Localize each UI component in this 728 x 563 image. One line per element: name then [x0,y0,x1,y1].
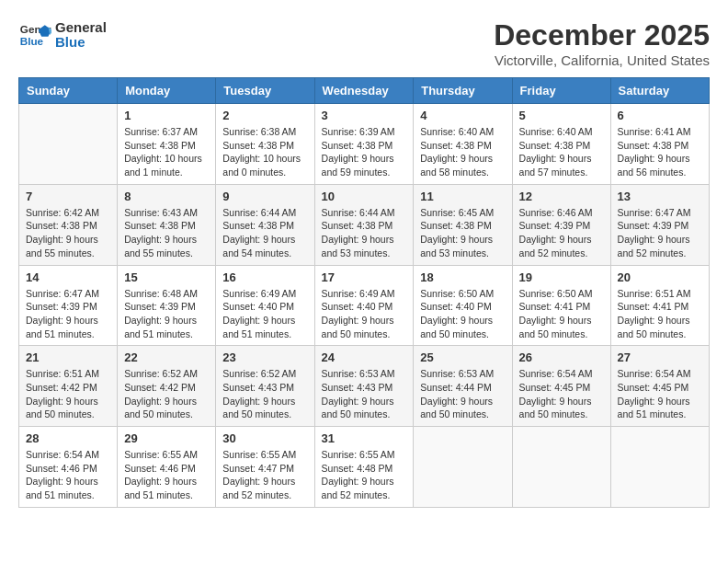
day-number: 31 [322,431,407,445]
month-title: December 2025 [494,18,710,52]
logo-general: General [55,19,107,35]
day-number: 9 [222,190,307,203]
day-number: 3 [322,109,407,122]
svg-text:Blue: Blue [20,35,44,47]
day-info: Sunrise: 6:55 AMSunset: 4:47 PMDaylight:… [222,448,307,502]
calendar-cell: 26Sunrise: 6:54 AMSunset: 4:45 PMDayligh… [512,346,610,427]
day-info: Sunrise: 6:39 AMSunset: 4:38 PMDaylight:… [322,125,407,179]
day-info: Sunrise: 6:41 AMSunset: 4:38 PMDaylight:… [618,125,702,179]
day-number: 8 [124,190,209,203]
day-number: 20 [618,270,702,284]
calendar-cell: 25Sunrise: 6:53 AMSunset: 4:44 PMDayligh… [414,346,512,427]
calendar-cell: 20Sunrise: 6:51 AMSunset: 4:41 PMDayligh… [610,265,709,346]
day-number: 30 [222,431,307,445]
calendar-cell: 17Sunrise: 6:49 AMSunset: 4:40 PMDayligh… [314,265,414,346]
calendar-cell: 1Sunrise: 6:37 AMSunset: 4:38 PMDaylight… [118,104,216,185]
day-number: 25 [420,350,505,364]
calendar-cell: 6Sunrise: 6:41 AMSunset: 4:38 PMDaylight… [610,104,709,185]
day-info: Sunrise: 6:45 AMSunset: 4:38 PMDaylight:… [420,206,505,260]
day-number: 6 [618,109,702,122]
calendar-cell: 28Sunrise: 6:54 AMSunset: 4:46 PMDayligh… [19,427,118,508]
calendar-header: SundayMondayTuesdayWednesdayThursdayFrid… [19,78,710,104]
day-number: 23 [222,350,307,364]
day-number: 10 [322,190,407,203]
calendar-cell [610,427,709,508]
weekday-header-sunday: Sunday [19,78,118,104]
day-info: Sunrise: 6:43 AMSunset: 4:38 PMDaylight:… [124,206,209,260]
day-info: Sunrise: 6:54 AMSunset: 4:45 PMDaylight:… [519,367,604,421]
calendar-cell: 3Sunrise: 6:39 AMSunset: 4:38 PMDaylight… [314,104,414,185]
day-info: Sunrise: 6:44 AMSunset: 4:38 PMDaylight:… [322,206,407,260]
day-number: 26 [519,350,604,364]
day-number: 22 [124,350,209,364]
calendar-cell: 15Sunrise: 6:48 AMSunset: 4:39 PMDayligh… [118,265,216,346]
calendar-cell: 14Sunrise: 6:47 AMSunset: 4:39 PMDayligh… [19,265,118,346]
day-number: 27 [618,350,702,364]
day-number: 21 [26,350,110,364]
calendar-cell: 30Sunrise: 6:55 AMSunset: 4:47 PMDayligh… [216,427,314,508]
day-number: 12 [519,190,604,203]
day-number: 18 [420,270,505,284]
weekday-header-thursday: Thursday [414,78,512,104]
day-number: 1 [124,109,209,122]
weekday-header-wednesday: Wednesday [314,78,414,104]
title-block: December 2025 Victorville, California, U… [494,18,710,68]
calendar-cell: 11Sunrise: 6:45 AMSunset: 4:38 PMDayligh… [414,184,512,265]
calendar-cell [19,104,118,185]
calendar-cell: 9Sunrise: 6:44 AMSunset: 4:38 PMDaylight… [216,184,314,265]
day-number: 15 [124,270,209,284]
calendar-cell: 12Sunrise: 6:46 AMSunset: 4:39 PMDayligh… [512,184,610,265]
calendar-cell: 16Sunrise: 6:49 AMSunset: 4:40 PMDayligh… [216,265,314,346]
day-info: Sunrise: 6:55 AMSunset: 4:46 PMDaylight:… [124,448,209,502]
day-number: 7 [26,190,110,203]
day-info: Sunrise: 6:50 AMSunset: 4:41 PMDaylight:… [519,287,604,341]
day-info: Sunrise: 6:48 AMSunset: 4:39 PMDaylight:… [124,287,209,341]
logo-icon: General Blue [18,18,51,52]
day-info: Sunrise: 6:44 AMSunset: 4:38 PMDaylight:… [222,206,307,260]
page-header: General Blue General Blue December 2025 … [18,18,710,68]
logo-blue: Blue [55,34,85,50]
day-info: Sunrise: 6:40 AMSunset: 4:38 PMDaylight:… [420,125,505,179]
day-info: Sunrise: 6:49 AMSunset: 4:40 PMDaylight:… [322,287,407,341]
week-row-4: 21Sunrise: 6:51 AMSunset: 4:42 PMDayligh… [19,346,710,427]
calendar-cell: 21Sunrise: 6:51 AMSunset: 4:42 PMDayligh… [19,346,118,427]
week-row-1: 1Sunrise: 6:37 AMSunset: 4:38 PMDaylight… [19,104,710,185]
day-info: Sunrise: 6:38 AMSunset: 4:38 PMDaylight:… [222,125,307,179]
day-info: Sunrise: 6:51 AMSunset: 4:41 PMDaylight:… [618,287,702,341]
day-info: Sunrise: 6:37 AMSunset: 4:38 PMDaylight:… [124,125,209,179]
day-number: 28 [26,431,110,445]
day-number: 2 [222,109,307,122]
day-info: Sunrise: 6:55 AMSunset: 4:48 PMDaylight:… [322,448,407,502]
day-info: Sunrise: 6:42 AMSunset: 4:38 PMDaylight:… [26,206,110,260]
day-number: 11 [420,190,505,203]
calendar-cell: 7Sunrise: 6:42 AMSunset: 4:38 PMDaylight… [19,184,118,265]
day-number: 17 [322,270,407,284]
calendar-cell: 22Sunrise: 6:52 AMSunset: 4:42 PMDayligh… [118,346,216,427]
calendar-table: SundayMondayTuesdayWednesdayThursdayFrid… [18,77,710,508]
day-number: 13 [618,190,702,203]
weekday-header-friday: Friday [512,78,610,104]
logo: General Blue General Blue [18,18,107,52]
calendar-cell: 31Sunrise: 6:55 AMSunset: 4:48 PMDayligh… [314,427,414,508]
weekday-header-tuesday: Tuesday [216,78,314,104]
calendar-cell: 5Sunrise: 6:40 AMSunset: 4:38 PMDaylight… [512,104,610,185]
calendar-cell: 19Sunrise: 6:50 AMSunset: 4:41 PMDayligh… [512,265,610,346]
day-info: Sunrise: 6:52 AMSunset: 4:43 PMDaylight:… [222,367,307,421]
location-title: Victorville, California, United States [494,52,710,68]
calendar-body: 1Sunrise: 6:37 AMSunset: 4:38 PMDaylight… [19,104,710,508]
day-info: Sunrise: 6:51 AMSunset: 4:42 PMDaylight:… [26,367,110,421]
day-number: 24 [322,350,407,364]
calendar-cell: 4Sunrise: 6:40 AMSunset: 4:38 PMDaylight… [414,104,512,185]
calendar-cell: 29Sunrise: 6:55 AMSunset: 4:46 PMDayligh… [118,427,216,508]
calendar-cell: 8Sunrise: 6:43 AMSunset: 4:38 PMDaylight… [118,184,216,265]
calendar-cell: 23Sunrise: 6:52 AMSunset: 4:43 PMDayligh… [216,346,314,427]
week-row-3: 14Sunrise: 6:47 AMSunset: 4:39 PMDayligh… [19,265,710,346]
day-number: 4 [420,109,505,122]
day-info: Sunrise: 6:50 AMSunset: 4:40 PMDaylight:… [420,287,505,341]
weekday-header-saturday: Saturday [610,78,709,104]
day-info: Sunrise: 6:53 AMSunset: 4:43 PMDaylight:… [322,367,407,421]
calendar-cell: 18Sunrise: 6:50 AMSunset: 4:40 PMDayligh… [414,265,512,346]
calendar-cell: 2Sunrise: 6:38 AMSunset: 4:38 PMDaylight… [216,104,314,185]
calendar-cell: 10Sunrise: 6:44 AMSunset: 4:38 PMDayligh… [314,184,414,265]
day-info: Sunrise: 6:40 AMSunset: 4:38 PMDaylight:… [519,125,604,179]
